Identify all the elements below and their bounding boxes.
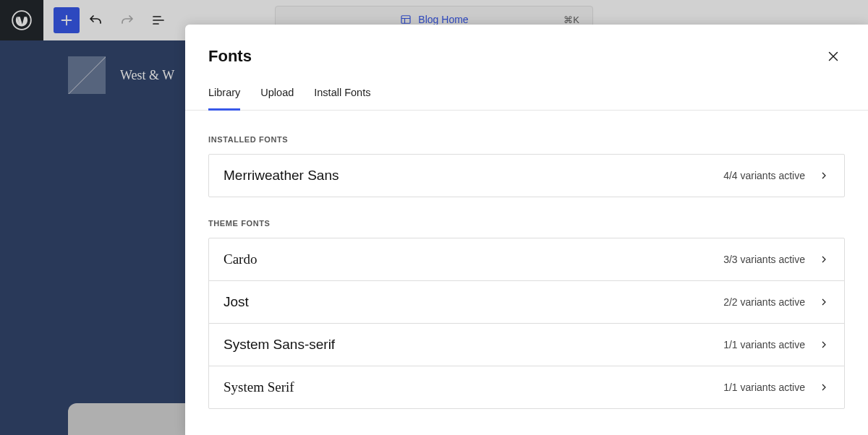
list-view-icon [150, 12, 168, 29]
wordpress-logo[interactable] [0, 0, 43, 40]
modal-title: Fonts [208, 47, 252, 66]
svg-rect-1 [401, 16, 410, 24]
chevron-right-icon [818, 382, 830, 393]
section-label-installed: Installed Fonts [208, 135, 845, 144]
chevron-right-icon [818, 296, 830, 308]
modal-body: Installed Fonts Merriweather Sans 4/4 va… [185, 111, 868, 409]
variants-count: 4/4 variants active [723, 170, 805, 181]
tab-upload[interactable]: Upload [260, 87, 294, 111]
chevron-right-icon [818, 170, 830, 181]
site-logo-placeholder[interactable] [68, 56, 106, 94]
fonts-modal: Fonts Library Upload Install Fonts Insta… [185, 25, 868, 435]
tab-install-fonts[interactable]: Install Fonts [314, 87, 370, 111]
tab-library[interactable]: Library [208, 87, 240, 111]
page-label: Blog Home [418, 14, 468, 25]
shortcut-hint: ⌘K [563, 14, 579, 25]
redo-button[interactable] [111, 0, 143, 40]
font-name: System Sans-serif [224, 337, 335, 353]
wordpress-icon [12, 10, 32, 30]
plus-icon [59, 12, 75, 28]
chevron-right-icon [818, 254, 830, 265]
document-overview-button[interactable] [143, 0, 175, 40]
close-icon [825, 48, 841, 64]
theme-fonts-list: Cardo 3/3 variants active Jost 2/2 varia… [208, 238, 845, 409]
font-name: Merriweather Sans [224, 168, 339, 184]
svg-point-0 [12, 11, 31, 30]
section-label-theme: Theme Fonts [208, 219, 845, 228]
undo-icon [87, 12, 104, 29]
font-row-merriweather-sans[interactable]: Merriweather Sans 4/4 variants active [209, 155, 844, 197]
variants-count: 2/2 variants active [723, 296, 805, 308]
chevron-right-icon [818, 339, 830, 350]
variants-count: 1/1 variants active [723, 382, 805, 393]
font-name: Jost [224, 294, 249, 310]
site-title[interactable]: West & W [120, 68, 174, 83]
modal-tabs: Library Upload Install Fonts [185, 68, 868, 111]
redo-icon [119, 12, 136, 29]
font-name: Cardo [224, 251, 257, 267]
font-row-jost[interactable]: Jost 2/2 variants active [209, 281, 844, 324]
font-name: System Serif [224, 379, 294, 395]
variants-count: 3/3 variants active [723, 254, 805, 265]
undo-button[interactable] [80, 0, 111, 40]
installed-fonts-list: Merriweather Sans 4/4 variants active [208, 154, 845, 197]
close-button[interactable] [822, 45, 845, 68]
add-block-button[interactable] [54, 7, 80, 33]
font-row-cardo[interactable]: Cardo 3/3 variants active [209, 238, 844, 281]
font-row-system-serif[interactable]: System Serif 1/1 variants active [209, 366, 844, 408]
font-row-system-sans-serif[interactable]: System Sans-serif 1/1 variants active [209, 324, 844, 366]
variants-count: 1/1 variants active [723, 339, 805, 350]
